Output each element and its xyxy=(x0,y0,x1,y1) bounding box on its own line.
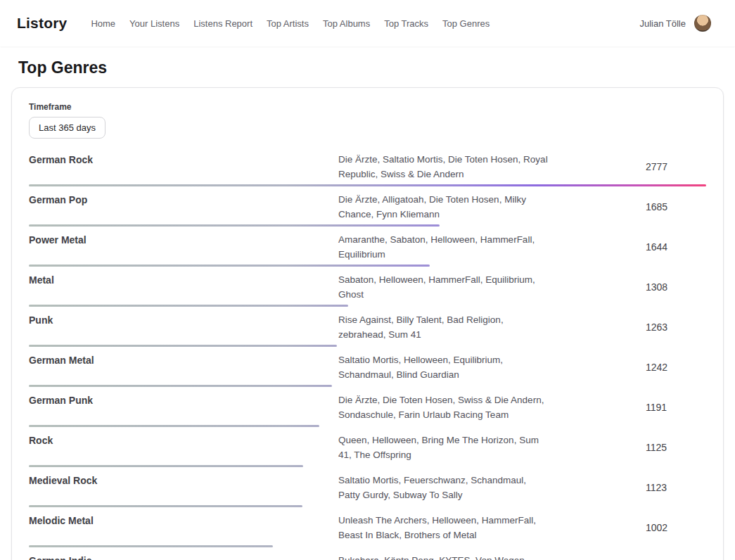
genre-bar-gradient xyxy=(29,505,302,507)
genre-bar-fill xyxy=(29,425,319,427)
user-avatar[interactable] xyxy=(694,15,711,32)
genre-row[interactable]: Metal Sabaton, Helloween, HammerFall, Eq… xyxy=(29,269,706,309)
genre-bar-fill xyxy=(29,305,348,307)
genre-artists: Unleash The Archers, Helloween, HammerFa… xyxy=(338,513,549,542)
genre-count: 2777 xyxy=(646,161,706,172)
genre-bar-fill xyxy=(29,385,332,387)
genre-artists: Saltatio Mortis, Helloween, Equilibrium,… xyxy=(338,352,549,382)
genre-bar-fill xyxy=(29,545,273,547)
timeframe-filter: Timeframe Last 365 days xyxy=(29,102,706,139)
genre-bar xyxy=(29,465,706,467)
genre-bar-gradient xyxy=(29,465,303,467)
page-content: Top Genres Timeframe Last 365 days Germa… xyxy=(0,58,735,560)
genre-artists: Amaranthe, Sabaton, Helloween, HammerFal… xyxy=(338,232,549,262)
genre-row[interactable]: Rock Queen, Helloween, Bring Me The Hori… xyxy=(29,429,706,469)
genre-bar xyxy=(29,545,706,547)
genre-bar-gradient xyxy=(29,265,430,267)
genre-name: German Metal xyxy=(29,352,338,367)
genre-name: Punk xyxy=(29,312,338,327)
nav-item-your-listens[interactable]: Your Listens xyxy=(124,14,185,33)
genre-bar-gradient xyxy=(29,305,348,307)
genre-name: Rock xyxy=(29,433,338,447)
user-name[interactable]: Julian Tölle xyxy=(639,18,686,29)
genre-bar xyxy=(29,425,706,427)
genre-bar-fill xyxy=(29,224,440,227)
top-genres-card: Timeframe Last 365 days German Rock Die … xyxy=(11,87,724,560)
user-menu: Julian Tölle xyxy=(639,15,711,32)
genre-row[interactable]: German Indie Bukahara, Käptn Peng, KYTES… xyxy=(29,549,706,560)
genre-name: German Pop xyxy=(29,192,338,207)
genre-name: German Indie xyxy=(29,553,338,560)
genre-artists: Die Ärzte, Die Toten Hosen, Swiss & Die … xyxy=(338,393,549,422)
genre-count: 1002 xyxy=(646,522,706,533)
genre-bar xyxy=(29,505,706,507)
genre-bar-gradient xyxy=(29,224,440,227)
main-nav: HomeYour ListensListens ReportTop Artist… xyxy=(85,14,495,33)
genre-bar-fill xyxy=(29,345,337,347)
nav-item-top-albums[interactable]: Top Albums xyxy=(317,14,376,33)
genre-row[interactable]: German Metal Saltatio Mortis, Helloween,… xyxy=(29,349,706,389)
genre-name: Medieval Rock xyxy=(29,473,338,488)
genre-bar xyxy=(29,265,706,267)
genre-artists: Saltatio Mortis, Feuerschwanz, Schandmau… xyxy=(338,473,549,502)
genre-bar-fill xyxy=(29,505,302,507)
genre-bar-fill xyxy=(29,265,430,267)
genre-list: German Rock Die Ärzte, Saltatio Mortis, … xyxy=(29,148,706,560)
page-title: Top Genres xyxy=(18,58,724,77)
genre-bar-gradient xyxy=(29,385,332,387)
genre-name: Melodic Metal xyxy=(29,513,338,528)
genre-name: Power Metal xyxy=(29,232,338,247)
genre-row[interactable]: Punk Rise Against, Billy Talent, Bad Rel… xyxy=(29,309,706,349)
genre-count: 1123 xyxy=(646,482,706,493)
genre-count: 1308 xyxy=(646,281,706,293)
genre-bar-gradient xyxy=(29,184,706,186)
timeframe-label: Timeframe xyxy=(29,102,706,112)
genre-bar xyxy=(29,305,706,307)
genre-artists: Sabaton, Helloween, HammerFall, Equilibr… xyxy=(338,272,549,302)
genre-row[interactable]: Power Metal Amaranthe, Sabaton, Hellowee… xyxy=(29,229,706,269)
genre-count: 1263 xyxy=(646,322,706,333)
nav-item-top-artists[interactable]: Top Artists xyxy=(261,14,314,33)
genre-count: 1685 xyxy=(646,201,706,212)
genre-bar-fill xyxy=(29,465,303,467)
timeframe-select[interactable]: Last 365 days xyxy=(29,117,106,139)
nav-item-home[interactable]: Home xyxy=(85,14,121,33)
genre-row[interactable]: German Rock Die Ärzte, Saltatio Mortis, … xyxy=(29,148,706,189)
genre-bar xyxy=(29,345,706,347)
genre-artists: Queen, Helloween, Bring Me The Horizon, … xyxy=(338,433,549,462)
genre-artists: Bukahara, Käptn Peng, KYTES, Von Wegen L… xyxy=(338,553,549,560)
nav-item-top-genres[interactable]: Top Genres xyxy=(437,14,495,33)
genre-count: 1242 xyxy=(646,362,706,373)
genre-artists: Rise Against, Billy Talent, Bad Religion… xyxy=(338,312,549,342)
genre-count: 1191 xyxy=(646,402,706,413)
genre-bar-gradient xyxy=(29,425,319,427)
genre-row[interactable]: German Punk Die Ärzte, Die Toten Hosen, … xyxy=(29,389,706,429)
nav-item-top-tracks[interactable]: Top Tracks xyxy=(378,14,434,33)
genre-row[interactable]: German Pop Die Ärzte, Alligatoah, Die To… xyxy=(29,189,706,229)
genre-bar-fill xyxy=(29,184,706,186)
app-logo[interactable]: Listory xyxy=(17,15,67,32)
navbar: Listory HomeYour ListensListens ReportTo… xyxy=(0,0,735,46)
genre-bar-gradient xyxy=(29,545,273,547)
genre-count: 1644 xyxy=(646,241,706,253)
genre-artists: Die Ärzte, Saltatio Mortis, Die Toten Ho… xyxy=(338,152,549,182)
genre-count: 1125 xyxy=(646,442,706,453)
genre-bar xyxy=(29,385,706,387)
genre-bar xyxy=(29,224,706,227)
genre-name: German Punk xyxy=(29,393,338,407)
genre-name: German Rock xyxy=(29,152,338,167)
genre-bar xyxy=(29,184,706,186)
genre-row[interactable]: Medieval Rock Saltatio Mortis, Feuerschw… xyxy=(29,469,706,509)
genre-artists: Die Ärzte, Alligatoah, Die Toten Hosen, … xyxy=(338,192,549,222)
genre-name: Metal xyxy=(29,272,338,287)
genre-bar-gradient xyxy=(29,345,337,347)
genre-row[interactable]: Melodic Metal Unleash The Archers, Hello… xyxy=(29,509,706,549)
nav-item-listens-report[interactable]: Listens Report xyxy=(188,14,258,33)
